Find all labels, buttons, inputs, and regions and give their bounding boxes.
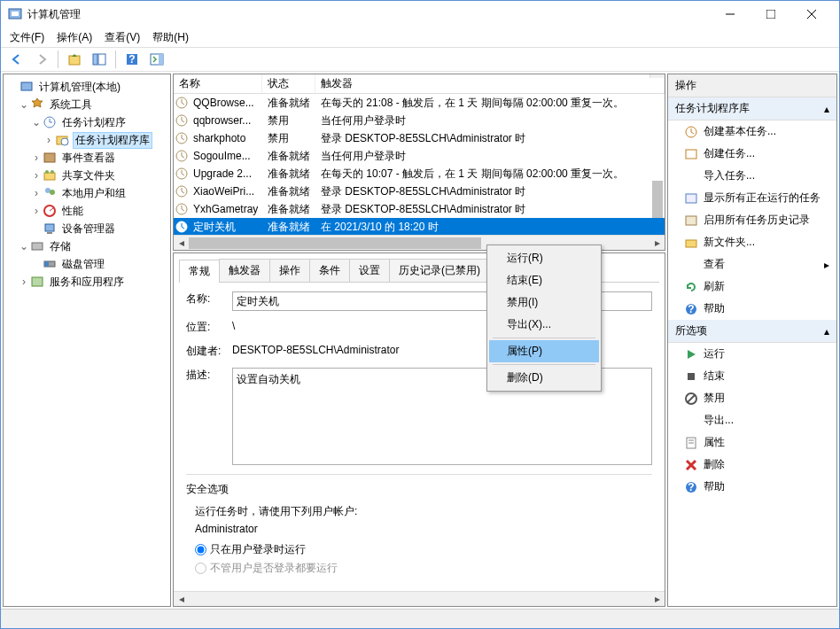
cell-name: XiaoWeiPri... xyxy=(190,185,264,198)
action-create-basic-task[interactable]: 创建基本任务... xyxy=(668,120,836,143)
action-pane-button[interactable] xyxy=(146,49,167,70)
ctx-end[interactable]: 结束(E) xyxy=(489,269,599,291)
action-view[interactable]: 查看▸ xyxy=(668,253,836,276)
back-button[interactable] xyxy=(6,49,27,70)
app-icon xyxy=(8,7,22,21)
tab-general[interactable]: 常规 xyxy=(179,260,220,283)
svg-rect-8 xyxy=(98,54,105,65)
up-button[interactable] xyxy=(64,49,85,70)
help-button[interactable]: ? xyxy=(121,49,143,70)
minimize-button[interactable] xyxy=(710,1,751,27)
menu-action[interactable]: 操作(A) xyxy=(51,28,97,47)
tree-storage[interactable]: ⌄存储 xyxy=(5,237,168,255)
action-help-1[interactable]: ?帮助 xyxy=(668,298,836,320)
svg-point-24 xyxy=(50,190,55,195)
action-properties[interactable]: 属性 xyxy=(668,431,836,454)
menu-file[interactable]: 文件(F) xyxy=(4,28,50,47)
action-new-folder[interactable]: 新文件夹... xyxy=(668,231,836,253)
task-list-body[interactable]: QQBrowse...准备就绪在每天的 21:08 - 触发后，在 1 天 期间… xyxy=(174,94,665,235)
tree-services-apps[interactable]: ›服务和应用程序 xyxy=(5,273,168,291)
svg-rect-29 xyxy=(32,243,43,250)
label-name: 名称: xyxy=(186,291,232,307)
svg-rect-32 xyxy=(32,277,43,286)
svg-rect-60 xyxy=(686,150,696,159)
close-button[interactable] xyxy=(791,1,832,27)
task-row[interactable]: QQBrowse...准备就绪在每天的 21:08 - 触发后，在 1 天 期间… xyxy=(174,94,665,112)
action-create-task[interactable]: 创建任务... xyxy=(668,143,836,165)
ctx-export[interactable]: 导出(X)... xyxy=(489,314,599,336)
svg-rect-12 xyxy=(159,54,163,65)
task-row[interactable]: qqbrowser...禁用当任何用户登录时 xyxy=(174,112,665,129)
action-import-task[interactable]: 导入任务... xyxy=(668,165,836,187)
cell-name: Upgrade 2... xyxy=(190,167,264,180)
tree-task-scheduler-library[interactable]: ›任务计划程序库 xyxy=(5,131,168,149)
tree-system-tools[interactable]: ⌄系统工具 xyxy=(5,96,168,113)
task-row[interactable]: Upgrade 2...准备就绪在每天的 10:07 - 触发后，在 1 天 期… xyxy=(174,165,665,182)
svg-rect-31 xyxy=(44,261,49,267)
tree-task-scheduler[interactable]: ⌄任务计划程序 xyxy=(5,113,168,131)
cell-trigger: 当任何用户登录时 xyxy=(317,113,665,128)
action-help-2[interactable]: ?帮助 xyxy=(668,476,836,498)
detail-hscroll[interactable]: ◂▸ xyxy=(174,591,665,606)
action-disable[interactable]: 禁用 xyxy=(668,387,836,409)
col-status[interactable]: 状态 xyxy=(262,74,315,93)
action-show-running[interactable]: 显示所有正在运行的任务 xyxy=(668,187,836,209)
statusbar xyxy=(1,609,839,628)
action-enable-history[interactable]: 启用所有任务历史记录 xyxy=(668,209,836,231)
tab-actions[interactable]: 操作 xyxy=(269,259,310,282)
svg-line-26 xyxy=(50,208,53,211)
cell-trigger: 在每天的 10:07 - 触发后，在 1 天 期间每隔 02:00:00 重复一… xyxy=(317,167,665,182)
navigation-tree[interactable]: 计算机管理(本地) ⌄系统工具 ⌄任务计划程序 ›任务计划程序库 ›事件查看器 … xyxy=(3,74,171,607)
tree-root[interactable]: 计算机管理(本地) xyxy=(5,78,168,96)
tree-disk-management[interactable]: 磁盘管理 xyxy=(5,255,168,273)
task-row[interactable]: 定时关机准备就绪在 2021/3/10 的 18:20 时 xyxy=(174,218,665,235)
svg-point-18 xyxy=(61,138,68,145)
list-vscroll[interactable] xyxy=(649,74,665,78)
action-run[interactable]: 运行 xyxy=(668,343,836,365)
svg-text:?: ? xyxy=(688,481,694,493)
task-list-header: 名称 状态 触发器 xyxy=(174,74,665,94)
svg-rect-3 xyxy=(766,10,775,19)
security-heading: 安全选项 xyxy=(186,482,652,497)
task-row[interactable]: sharkphoto禁用登录 DESKTOP-8E5SLCH\Administr… xyxy=(174,129,665,147)
radio-not-loggedon[interactable] xyxy=(195,563,206,574)
tree-device-manager[interactable]: 设备管理器 xyxy=(5,220,168,237)
task-row[interactable]: YxhGametray准备就绪登录 DESKTOP-8E5SLCH\Admini… xyxy=(174,200,665,218)
action-delete[interactable]: 删除 xyxy=(668,454,836,476)
svg-text:?: ? xyxy=(688,303,694,315)
actions-group-selected[interactable]: 所选项▴ xyxy=(668,320,836,343)
action-refresh[interactable]: 刷新 xyxy=(668,276,836,298)
ctx-properties[interactable]: 属性(P) xyxy=(489,340,599,362)
svg-rect-62 xyxy=(686,216,696,225)
cell-name: SogouIme... xyxy=(190,150,264,162)
action-export[interactable]: 导出... xyxy=(668,409,836,431)
maximize-button[interactable] xyxy=(751,1,791,27)
col-trigger[interactable]: 触发器 xyxy=(315,74,665,93)
tree-performance[interactable]: ›性能 xyxy=(5,202,168,220)
tree-local-users[interactable]: ›本地用户和组 xyxy=(5,184,168,202)
tree-event-viewer[interactable]: ›事件查看器 xyxy=(5,149,168,167)
task-row[interactable]: SogouIme...准备就绪当任何用户登录时 xyxy=(174,147,665,165)
ctx-run[interactable]: 运行(R) xyxy=(489,247,599,269)
tab-history[interactable]: 历史记录(已禁用) xyxy=(389,259,490,282)
tab-settings[interactable]: 设置 xyxy=(349,259,390,282)
label-location: 位置: xyxy=(186,320,232,335)
menu-help[interactable]: 帮助(H) xyxy=(147,28,194,47)
ctx-disable[interactable]: 禁用(I) xyxy=(489,291,599,314)
window-title: 计算机管理 xyxy=(27,7,710,22)
ctx-delete[interactable]: 删除(D) xyxy=(489,367,599,389)
tree-shared-folders[interactable]: ›共享文件夹 xyxy=(5,167,168,184)
radio-only-loggedon[interactable] xyxy=(195,544,206,555)
task-row[interactable]: XiaoWeiPri...准备就绪登录 DESKTOP-8E5SLCH\Admi… xyxy=(174,182,665,200)
col-name[interactable]: 名称 xyxy=(174,74,262,93)
svg-rect-1 xyxy=(12,12,19,16)
action-end[interactable]: 结束 xyxy=(668,365,836,387)
menu-view[interactable]: 查看(V) xyxy=(99,28,145,47)
svg-point-22 xyxy=(51,170,54,174)
actions-pane: 操作 任务计划程序库▴ 创建基本任务... 创建任务... 导入任务... 显示… xyxy=(667,74,837,607)
forward-button[interactable] xyxy=(31,49,52,70)
actions-group-library[interactable]: 任务计划程序库▴ xyxy=(668,97,836,120)
tab-conditions[interactable]: 条件 xyxy=(309,259,350,282)
show-hide-tree-button[interactable] xyxy=(89,49,110,70)
tab-triggers[interactable]: 触发器 xyxy=(219,259,270,282)
